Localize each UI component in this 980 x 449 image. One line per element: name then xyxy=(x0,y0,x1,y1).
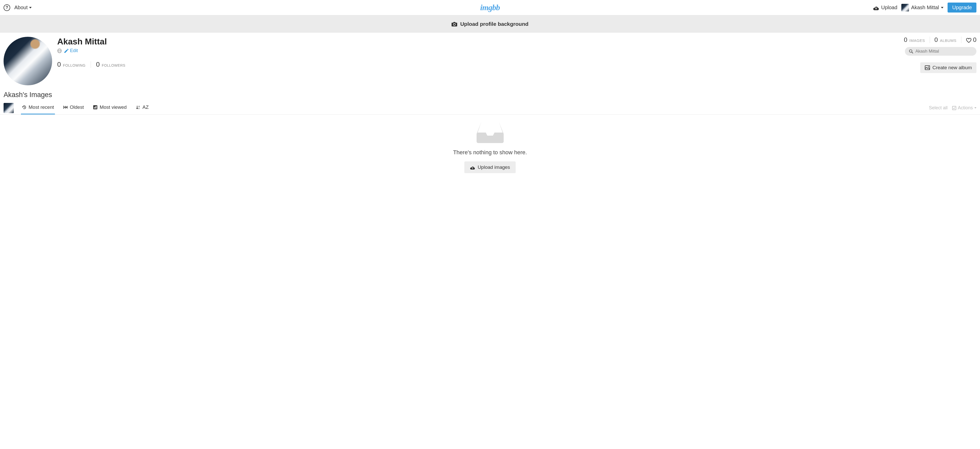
edit-profile-link[interactable]: Edit xyxy=(64,48,78,53)
upload-background-banner[interactable]: Upload profile background xyxy=(0,15,980,33)
edit-icon xyxy=(64,49,68,53)
image-icon xyxy=(925,65,930,70)
svg-text:Z: Z xyxy=(138,108,140,109)
albums-stat[interactable]: 0 ALBUMS xyxy=(934,36,956,43)
following-label: FOLLOWING xyxy=(63,63,86,67)
profile-search[interactable] xyxy=(905,47,977,56)
bar-chart-icon xyxy=(93,105,97,110)
svg-rect-13 xyxy=(96,106,97,108)
svg-rect-11 xyxy=(94,107,95,108)
user-name-label: Akash Mittal xyxy=(911,5,939,11)
images-stat[interactable]: 0 IMAGES xyxy=(904,36,925,43)
svg-rect-7 xyxy=(63,106,64,109)
svg-point-6 xyxy=(928,67,929,67)
stats-row: 0 IMAGES 0 ALBUMS 0 xyxy=(904,36,977,43)
avatar-tiny[interactable] xyxy=(3,103,14,113)
tab-most-recent[interactable]: Most recent xyxy=(21,101,55,115)
about-label: About xyxy=(14,5,28,11)
svg-marker-8 xyxy=(64,106,66,109)
topbar: ? About imgbb Upload Akash Mittal Upgrad… xyxy=(0,0,980,15)
tab-most-viewed[interactable]: Most viewed xyxy=(92,101,128,115)
svg-rect-12 xyxy=(95,107,96,108)
logo[interactable]: imgbb xyxy=(480,3,500,12)
caret-down-icon xyxy=(29,7,32,8)
caret-down-icon xyxy=(941,7,943,8)
svg-line-4 xyxy=(912,52,913,53)
profile-header: Akash Mittal Edit 0 FOLLOWING xyxy=(0,33,980,85)
images-count: 0 xyxy=(904,36,907,43)
empty-message: There's nothing to show here. xyxy=(0,149,980,156)
camera-icon xyxy=(452,22,457,26)
inbox-icon xyxy=(476,120,504,144)
divider xyxy=(961,37,961,43)
tab-most-viewed-label: Most viewed xyxy=(100,105,127,110)
topbar-right: Upload Akash Mittal Upgrade xyxy=(873,3,977,13)
svg-marker-9 xyxy=(66,106,67,109)
following-stat[interactable]: 0 FOLLOWING xyxy=(57,61,86,68)
upload-images-button[interactable]: Upload images xyxy=(465,161,515,173)
search-icon xyxy=(909,49,913,54)
tabbar: Most recent Oldest Most viewed AZ AZ Sel… xyxy=(0,101,980,115)
profile-search-input[interactable] xyxy=(915,49,972,54)
avatar-small xyxy=(901,4,909,11)
actions-label: Actions xyxy=(958,105,973,111)
images-label: IMAGES xyxy=(909,38,925,43)
history-icon xyxy=(22,105,27,110)
user-menu[interactable]: Akash Mittal xyxy=(901,4,943,11)
help-icon[interactable]: ? xyxy=(3,4,10,11)
sort-icon: AZ xyxy=(136,105,140,110)
about-dropdown[interactable]: About xyxy=(14,5,32,11)
select-all-link[interactable]: Select all xyxy=(929,105,948,111)
empty-state: There's nothing to show here. Upload ima… xyxy=(0,115,980,188)
section-title: Akash's Images xyxy=(0,85,980,101)
upload-images-label: Upload images xyxy=(477,164,510,170)
edit-label: Edit xyxy=(70,48,78,53)
svg-rect-16 xyxy=(952,106,956,110)
upgrade-button[interactable]: Upgrade xyxy=(948,3,977,13)
albums-label: ALBUMS xyxy=(940,38,956,43)
heart-icon xyxy=(966,37,972,42)
tabs-right: Select all Actions xyxy=(929,105,977,111)
likes-count: 0 xyxy=(973,36,977,43)
following-count: 0 xyxy=(57,61,61,68)
followers-stat[interactable]: 0 FOLLOWERS xyxy=(96,61,126,68)
tab-az[interactable]: AZ AZ xyxy=(135,101,150,115)
actions-dropdown[interactable]: Actions xyxy=(952,105,977,111)
albums-count: 0 xyxy=(934,36,938,43)
create-album-label: Create new album xyxy=(932,65,972,70)
tab-oldest-label: Oldest xyxy=(70,105,84,110)
tab-oldest[interactable]: Oldest xyxy=(62,101,85,115)
caret-down-icon xyxy=(974,107,977,108)
upload-label: Upload xyxy=(881,5,897,11)
topbar-left: ? About xyxy=(3,4,32,11)
followers-label: FOLLOWERS xyxy=(102,63,125,67)
followers-count: 0 xyxy=(96,61,100,68)
rewind-icon xyxy=(63,105,68,110)
check-square-icon xyxy=(952,106,956,110)
profile-info: Akash Mittal Edit 0 FOLLOWING xyxy=(57,37,977,85)
svg-text:A: A xyxy=(138,105,140,107)
tab-az-label: AZ xyxy=(143,105,149,110)
divider xyxy=(91,61,91,68)
profile-right-column: 0 IMAGES 0 ALBUMS 0 xyxy=(904,36,977,73)
cloud-upload-icon xyxy=(873,5,879,10)
upload-link[interactable]: Upload xyxy=(873,5,897,11)
upload-bg-label: Upload profile background xyxy=(460,21,528,27)
avatar-large[interactable] xyxy=(3,37,52,85)
cloud-upload-icon xyxy=(470,165,475,170)
profile-display-name: Akash Mittal xyxy=(57,37,977,46)
globe-icon xyxy=(57,49,62,53)
likes-stat[interactable]: 0 xyxy=(966,36,977,43)
tabs-left: Most recent Oldest Most viewed AZ AZ xyxy=(3,101,150,115)
tab-most-recent-label: Most recent xyxy=(29,105,54,110)
create-album-button[interactable]: Create new album xyxy=(920,62,977,73)
